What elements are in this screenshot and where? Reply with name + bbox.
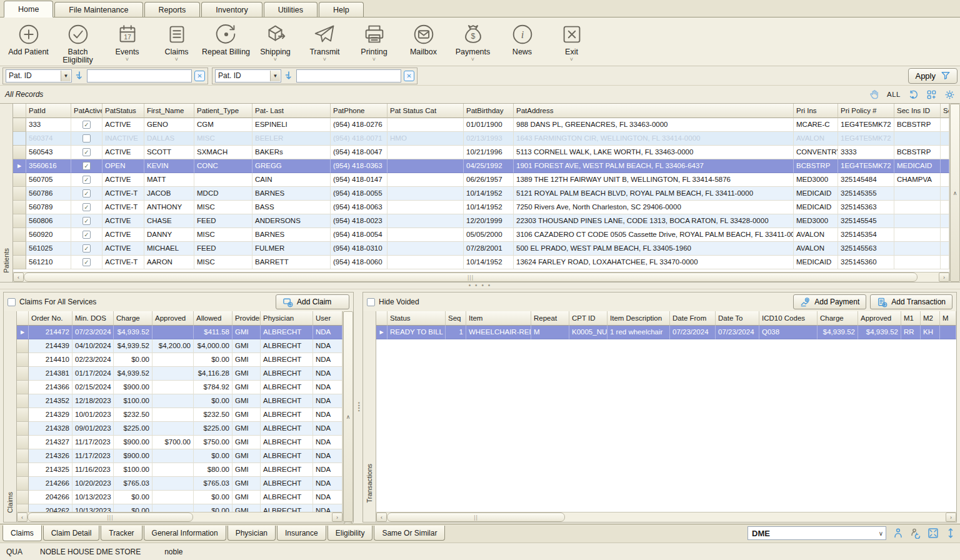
menu-tab-utilities[interactable]: Utilities [264,2,318,17]
menu-tab-inventory[interactable]: Inventory [201,2,262,17]
menu-tab-help[interactable]: Help [319,2,364,17]
row-selector[interactable] [17,339,29,353]
toolbar-shipping-button[interactable]: Shipping˅ [251,20,300,62]
patient-row[interactable]: 561210✓ACTIVE-TAARONMISCBARRETT(954) 418… [13,256,949,269]
column-header-m1[interactable]: M1 [901,311,921,326]
column-header-cpt-id[interactable]: CPT ID [569,311,608,326]
column-header-user[interactable]: User [313,311,342,326]
toolbar-events-button[interactable]: 17Events˅ [102,20,152,62]
checkbox-checked[interactable]: ✓ [82,121,91,129]
transactions-side-tab[interactable]: Transactions [363,311,376,522]
chevron-down-icon[interactable]: ˅ [372,57,376,62]
toolbar-add-patient-button[interactable]: Add Patient [4,20,53,56]
row-selector[interactable] [13,187,26,201]
checkbox-checked[interactable]: ✓ [82,217,91,225]
column-header-provider[interactable]: Provider [232,311,261,326]
chevron-down-icon[interactable]: ˅ [126,57,129,62]
company-selector[interactable]: DME ∨ [748,526,886,540]
squares-add-icon[interactable] [926,89,937,100]
hide-voided-checkbox[interactable] [367,298,375,306]
scroll-right-icon[interactable]: › [332,512,342,522]
filter-field-select-1[interactable]: Pat. ID ▼ [6,69,72,82]
column-header-patbirthday[interactable]: PatBirthday [464,104,514,118]
add-claim-button[interactable]: Add Claim [276,294,349,309]
toolbar-printing-button[interactable]: Printing˅ [349,20,399,62]
toolbar-mailbox-button[interactable]: Mailbox [399,20,448,56]
vertical-splitter[interactable]: •••• [356,292,360,522]
row-selector[interactable] [17,463,29,477]
patients-hscrollbar[interactable]: ‹ ||| › [13,272,949,282]
column-header-m[interactable]: M [940,311,956,326]
row-selector[interactable] [17,394,29,408]
column-header-sec-ins-id[interactable]: Sec Ins ID [894,104,941,118]
checkbox-checked[interactable]: ✓ [82,244,91,252]
claim-row[interactable]: 20426610/13/2023$0.00$0.00GMIALBRECHTNDA [17,491,342,504]
bottom-tab-general-information[interactable]: General Information [144,526,226,541]
column-header-icd10-codes[interactable]: ICD10 Codes [759,311,818,326]
patient-row[interactable]: 560920✓ACTIVEDANNYMISCBARNES(954) 418-00… [13,228,949,242]
horizontal-splitter[interactable]: • • • • [0,282,960,289]
claims-hscrollbar[interactable]: ‹ ||| › [17,512,342,522]
scroll-left-icon[interactable]: ‹ [17,512,28,522]
add-transaction-button[interactable]: Add Transaction [870,294,952,309]
row-selector[interactable] [17,408,29,422]
column-header-item-description[interactable]: Item Description [608,311,670,326]
patactive-checkbox-cell[interactable]: ✓ [71,201,102,214]
row-selector[interactable] [13,173,26,187]
column-header-patactive[interactable]: PatActive [71,104,102,118]
chevron-down-icon[interactable]: ▼ [270,71,280,81]
chevron-down-icon[interactable]: ˅ [323,57,326,62]
claim-row[interactable]: 20426210/13/2023$0.00$0.00GMIALBRECHTNDA [17,504,342,512]
patient-row[interactable]: 560374INACTIVEDALLASMISCBEELER(954) 418-… [13,132,949,146]
filter-search-input-1[interactable] [87,69,192,82]
sort-icon[interactable] [284,71,294,81]
checkbox-checked[interactable]: ✓ [82,148,91,156]
vertical-resize-icon[interactable] [945,528,956,539]
undo-icon[interactable] [908,89,919,100]
gear-icon[interactable] [944,89,955,100]
column-header-patient-type[interactable]: Patient_Type [194,104,252,118]
row-selector[interactable] [17,477,29,491]
expand-icon[interactable] [928,528,939,539]
menu-tab-reports[interactable]: Reports [144,2,201,17]
scroll-left-icon[interactable]: ‹ [13,272,24,282]
column-header-patphone[interactable]: PatPhone [331,104,388,118]
claim-row[interactable]: 21438101/17/2024$4,939.52$4,116.28GMIALB… [17,367,342,381]
column-header-approved[interactable]: Approved [152,311,194,326]
column-header-order-no-[interactable]: Order No. [29,311,72,326]
patactive-checkbox-cell[interactable]: ✓ [71,242,102,256]
bottom-tab-insurance[interactable]: Insurance [277,526,326,541]
row-selector[interactable] [17,436,29,449]
row-selector[interactable] [13,228,26,242]
bottom-tab-claims[interactable]: Claims [2,525,42,541]
row-selector[interactable] [13,118,26,132]
column-header-charge[interactable]: Charge [114,311,152,326]
column-header-pat-status-cat[interactable]: Pat Status Cat [388,104,464,118]
row-selector[interactable]: ▶ [17,326,29,339]
column-header-first-name[interactable]: First_Name [144,104,194,118]
patients-vscrollbar[interactable]: ∧ ≡ ∨ [949,104,960,282]
column-header-item[interactable]: Item [466,311,531,326]
patient-row[interactable]: 560806✓ACTIVECHASEFEEDANDERSONS(954) 418… [13,214,949,228]
row-selector[interactable]: ▶ [13,159,26,173]
chevron-down-icon[interactable]: ˅ [570,57,573,62]
toolbar-batch-eligibility-button[interactable]: Batch Eligibility [53,20,102,64]
chevron-down-icon[interactable]: ˅ [471,57,474,62]
scroll-left-icon[interactable]: ‹ [376,512,387,522]
row-selector[interactable] [13,256,26,269]
sort-icon[interactable] [74,71,84,81]
row-selector[interactable] [17,353,29,367]
toolbar-payments-button[interactable]: $Payments˅ [448,20,498,62]
row-selector[interactable] [13,242,26,256]
patactive-checkbox-cell[interactable]: ✓ [71,256,102,269]
column-header-pri-ins[interactable]: Pri Ins [794,104,838,118]
row-selector[interactable] [17,422,29,436]
patient-row[interactable]: 560789✓ACTIVE-TANTHONYMISCBASS(954) 418-… [13,201,949,214]
patactive-checkbox-cell[interactable]: ✓ [71,173,102,187]
scroll-right-icon[interactable]: › [939,272,949,282]
chevron-down-icon[interactable]: ▼ [61,71,71,81]
patient-row[interactable]: 561025✓ACTIVEMICHAELFEEDFULMER(954) 418-… [13,242,949,256]
scroll-up-icon[interactable]: ∧ [950,104,960,282]
scroll-thumb[interactable]: ||| [28,512,193,522]
column-header-patstatus[interactable]: PatStatus [102,104,144,118]
